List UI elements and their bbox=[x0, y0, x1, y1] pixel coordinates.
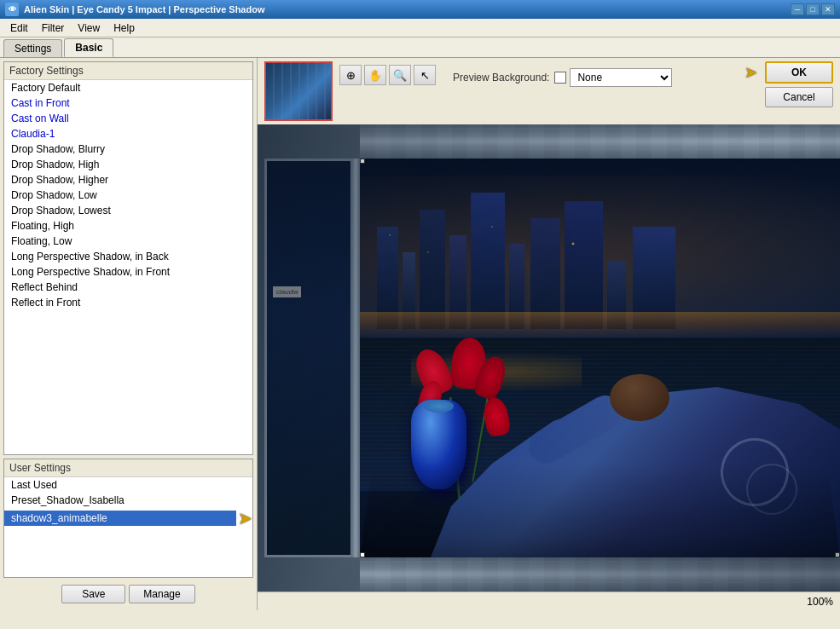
title-bar-text: 👁 Alien Skin | Eye Candy 5 Impact | Pers… bbox=[5, 3, 264, 16]
factory-settings-header: Factory Settings bbox=[4, 62, 252, 80]
close-button[interactable]: ✕ bbox=[821, 3, 835, 15]
title-bar: 👁 Alien Skin | Eye Candy 5 Impact | Pers… bbox=[0, 0, 840, 19]
menu-bar: Edit Filter View Help bbox=[0, 19, 840, 38]
app-icon: 👁 bbox=[5, 3, 19, 16]
minimize-button[interactable]: ─ bbox=[791, 3, 804, 15]
ok-arrow-icon: ➤ bbox=[744, 63, 757, 82]
woman-face bbox=[610, 374, 669, 421]
list-item-cast-in-front[interactable]: Cast in Front bbox=[4, 95, 252, 111]
tab-basic[interactable]: Basic bbox=[64, 38, 113, 57]
list-item-cast-on-wall[interactable]: Cast on Wall bbox=[4, 111, 252, 126]
tab-settings[interactable]: Settings bbox=[3, 39, 62, 57]
list-item-last-used[interactable]: Last Used bbox=[4, 477, 252, 493]
panel-edge-strip bbox=[351, 159, 360, 557]
list-item-long-persp-back[interactable]: Long Perspective Shadow, in Back bbox=[4, 249, 252, 264]
thumbnail-chain-overlay bbox=[266, 63, 331, 119]
list-item-drop-shadow-higher[interactable]: Drop Shadow, Higher bbox=[4, 172, 252, 188]
right-panel: ⊕ ✋ 🔍 ↖ Preview Background: None White B… bbox=[258, 58, 840, 610]
preview-bg-label: Preview Background: bbox=[453, 72, 549, 84]
list-item-floating-low[interactable]: Floating, Low bbox=[4, 234, 252, 249]
tool-zoom-out[interactable]: ⊕ bbox=[339, 65, 362, 85]
selected-item-row: shadow3_animabelle ➤ bbox=[4, 508, 252, 528]
tool-zoom-in[interactable]: 🔍 bbox=[389, 65, 411, 85]
main-layout: Factory Settings Factory Default Cast in… bbox=[0, 58, 840, 610]
manage-button[interactable]: Manage bbox=[129, 585, 194, 603]
factory-settings-list[interactable]: Factory Default Cast in Front Cast on Wa… bbox=[4, 80, 252, 454]
menu-help[interactable]: Help bbox=[107, 20, 142, 36]
factory-settings-box: Factory Settings Factory Default Cast in… bbox=[3, 61, 253, 455]
ok-cancel-area: ➤ OK Cancel bbox=[765, 61, 833, 107]
user-settings-header: User Settings bbox=[4, 459, 252, 477]
claudia-label: claudia bbox=[273, 286, 301, 297]
selection-handle-bl bbox=[360, 552, 365, 557]
list-item-drop-shadow-blurry[interactable]: Drop Shadow, Blurry bbox=[4, 141, 252, 157]
window-city-bg bbox=[267, 161, 350, 555]
buildings-container bbox=[360, 193, 840, 329]
zoom-level: 100% bbox=[807, 596, 833, 608]
list-item-preset-shadow-isabella[interactable]: Preset_Shadow_Isabella bbox=[4, 493, 252, 508]
tabs-bar: Settings Basic bbox=[0, 38, 840, 58]
left-panel: Factory Settings Factory Default Cast in… bbox=[0, 58, 258, 610]
preview-bg-dropdown[interactable]: None White Black Gray bbox=[570, 68, 672, 87]
menu-view[interactable]: View bbox=[71, 20, 107, 36]
chain-bottom bbox=[360, 557, 840, 591]
window-title: Alien Skin | Eye Candy 5 Impact | Perspe… bbox=[24, 4, 264, 14]
tool-arrow[interactable]: ↖ bbox=[414, 65, 436, 85]
scene-composite: claudia bbox=[258, 124, 840, 591]
selection-handle-br bbox=[835, 552, 840, 557]
ok-button[interactable]: OK bbox=[765, 61, 833, 84]
user-settings-box: User Settings Last Used Preset_Shadow_Is… bbox=[3, 459, 253, 578]
title-bar-controls: ─ □ ✕ bbox=[791, 3, 835, 15]
chain-bottom-fill bbox=[360, 557, 840, 591]
ok-btn-wrapper: ➤ OK bbox=[765, 61, 833, 84]
list-item-long-persp-front[interactable]: Long Perspective Shadow, in Front bbox=[4, 264, 252, 280]
list-item-shadow3-animabelle[interactable]: shadow3_animabelle bbox=[4, 511, 236, 526]
tool-pan[interactable]: ✋ bbox=[364, 65, 386, 85]
maximize-button[interactable]: □ bbox=[806, 3, 820, 15]
preview-bg-controls: Preview Background: None White Black Gra… bbox=[446, 61, 672, 87]
cancel-button[interactable]: Cancel bbox=[765, 87, 833, 107]
yellow-arrow-icon: ➤ bbox=[238, 508, 252, 528]
menu-filter[interactable]: Filter bbox=[35, 20, 72, 36]
building-lights bbox=[360, 193, 840, 329]
preview-bg-select: None White Black Gray bbox=[554, 68, 672, 87]
list-item-drop-shadow-lowest[interactable]: Drop Shadow, Lowest bbox=[4, 203, 252, 218]
menu-edit[interactable]: Edit bbox=[3, 20, 35, 36]
left-panel-frame: claudia bbox=[258, 124, 360, 591]
list-item-reflect-front[interactable]: Reflect in Front bbox=[4, 295, 252, 310]
list-item-factory-default[interactable]: Factory Default bbox=[4, 80, 252, 95]
tool-buttons-row: ⊕ ✋ 🔍 ↖ bbox=[339, 61, 436, 85]
chain-top-fill bbox=[360, 124, 840, 159]
save-button[interactable]: Save bbox=[61, 585, 125, 603]
window-inner bbox=[264, 159, 353, 557]
action-buttons: Save Manage bbox=[3, 581, 253, 607]
shadow-effect-overlay bbox=[360, 461, 840, 557]
list-item-drop-shadow-low[interactable]: Drop Shadow, Low bbox=[4, 188, 252, 203]
thumbnail-image bbox=[266, 63, 331, 119]
top-row: ⊕ ✋ 🔍 ↖ Preview Background: None White B… bbox=[258, 58, 840, 124]
selection-handle-tl bbox=[360, 159, 365, 164]
chain-top bbox=[360, 124, 840, 159]
list-item-floating-high[interactable]: Floating, High bbox=[4, 218, 252, 234]
list-item-drop-shadow-high[interactable]: Drop Shadow, High bbox=[4, 157, 252, 172]
user-settings-list[interactable]: Last Used Preset_Shadow_Isabella shadow3… bbox=[4, 477, 252, 577]
preview-area[interactable]: claudia bbox=[258, 124, 840, 591]
thumbnail-preview bbox=[264, 61, 333, 121]
color-swatch bbox=[554, 72, 566, 84]
status-bar: 100% bbox=[258, 591, 840, 610]
list-item-reflect-behind[interactable]: Reflect Behind bbox=[4, 280, 252, 295]
list-item-claudia[interactable]: Claudia-1 bbox=[4, 126, 252, 141]
